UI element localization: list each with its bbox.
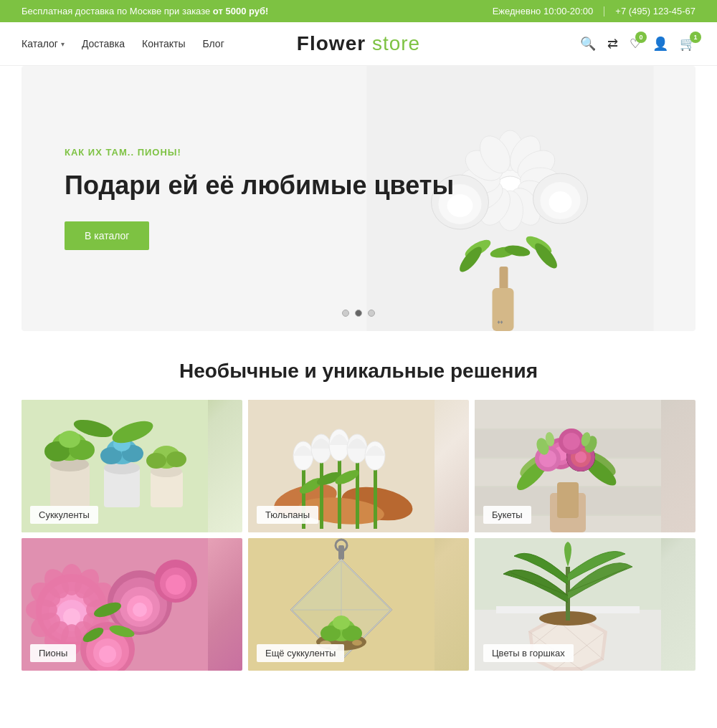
svg-point-38 (59, 431, 80, 448)
slider-dot-2[interactable] (355, 310, 362, 317)
hero-tag: КАК ИХ ТАМ.. ПИОНЫ! (65, 147, 652, 158)
hours-text: Ежедневно 10:00-20:00 (493, 6, 594, 16)
header: Каталог ▾ Доставка Контакты Блог Flower … (0, 22, 717, 66)
hero-title: Подари ей её любимые цветы (65, 169, 652, 201)
category-bouquets[interactable]: Букеты (475, 400, 695, 532)
wishlist-badge: 0 (635, 32, 647, 43)
wishlist-button[interactable]: ♡ 0 (630, 36, 641, 52)
category-label-peonies: Пионы (30, 644, 76, 662)
header-icons: 🔍 ⇄ ♡ 0 👤 🛒 1 (471, 36, 695, 52)
user-icon: 👤 (652, 37, 668, 51)
search-button[interactable]: 🔍 (580, 36, 596, 52)
hero-slider: КАК ИХ ТАМ.. ПИОНЫ! Подари ей её любимые… (22, 66, 695, 331)
svg-point-49 (166, 451, 186, 467)
user-button[interactable]: 👤 (652, 36, 668, 52)
section-heading: Необычные и уникальные решения (22, 360, 695, 383)
svg-point-152 (352, 640, 362, 646)
svg-point-91 (563, 433, 580, 450)
divider (604, 6, 604, 16)
category-label-succulents: Суккуленты (30, 506, 98, 524)
category-label-bouquets: Букеты (483, 506, 531, 524)
cart-badge: 1 (690, 32, 701, 43)
hero-catalog-button[interactable]: В каталог (65, 221, 149, 250)
promo-text: Бесплатная доставка по Москве при заказе… (22, 6, 268, 16)
search-icon: 🔍 (580, 37, 596, 51)
logo-flower: Flower (297, 32, 366, 54)
category-label-potted: Цветы в горшках (483, 644, 574, 662)
svg-point-118 (133, 603, 147, 617)
main-nav: Каталог ▾ Доставка Контакты Блог (22, 38, 246, 49)
category-peonies[interactable]: Пионы (22, 538, 242, 671)
nav-contacts[interactable]: Контакты (142, 38, 185, 49)
svg-rect-70 (475, 400, 661, 428)
nav-blog[interactable]: Блог (203, 38, 224, 49)
svg-text:♦♦: ♦♦ (498, 319, 503, 325)
category-succulents[interactable]: Суккуленты (22, 400, 242, 532)
svg-point-48 (146, 453, 166, 469)
compare-button[interactable]: ⇄ (607, 36, 618, 52)
compare-icon: ⇄ (607, 37, 618, 51)
phone-text: +7 (495) 123-45-67 (615, 6, 695, 16)
category-label-more-succulents: Ещё суккуленты (257, 644, 344, 662)
chevron-down-icon: ▾ (61, 40, 65, 48)
category-more-succulents[interactable]: Ещё суккуленты (248, 538, 469, 671)
svg-point-125 (166, 575, 186, 595)
svg-rect-76 (557, 482, 579, 518)
slider-dot-3[interactable] (368, 310, 375, 317)
slider-dot-1[interactable] (342, 310, 349, 317)
cart-button[interactable]: 🛒 1 (680, 36, 695, 52)
nav-catalog[interactable]: Каталог ▾ (22, 38, 65, 49)
logo: Flower store (246, 32, 470, 55)
category-tulips[interactable]: Тюльпаны (248, 400, 469, 532)
category-label-tulips: Тюльпаны (257, 506, 318, 524)
category-grid: Суккуленты (0, 400, 717, 699)
svg-point-101 (63, 608, 80, 626)
svg-rect-130 (338, 545, 344, 560)
svg-point-150 (333, 616, 350, 630)
hero-content: КАК ИХ ТАМ.. ПИОНЫ! Подари ей её любимые… (22, 118, 695, 279)
top-banner: Бесплатная доставка по Москве при заказе… (0, 0, 717, 22)
logo-store: store (372, 32, 420, 54)
slider-dots (342, 310, 375, 317)
nav-delivery[interactable]: Доставка (82, 38, 125, 49)
contact-info: Ежедневно 10:00-20:00 +7 (495) 123-45-67 (493, 6, 695, 16)
svg-point-122 (99, 646, 116, 663)
category-potted[interactable]: Цветы в горшках (475, 538, 695, 671)
